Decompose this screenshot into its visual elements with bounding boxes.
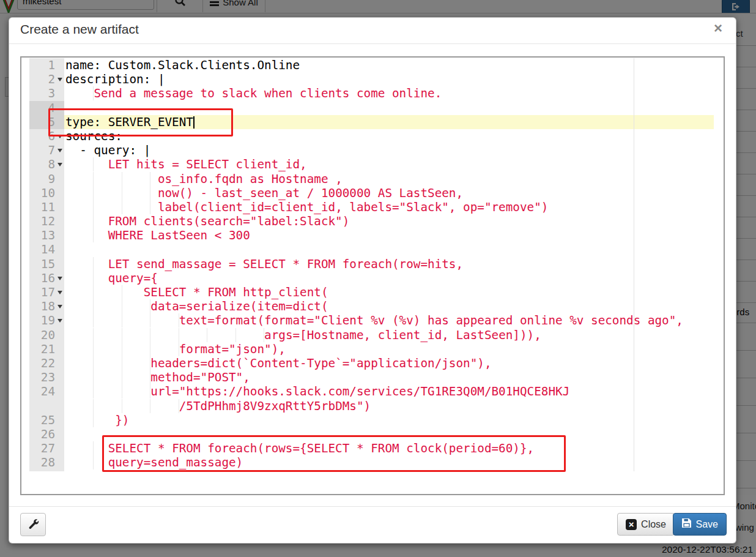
ace-editor[interactable]: 1234567891011121314151617181920212223242…	[21, 58, 724, 471]
fold-caret-icon[interactable]	[57, 78, 62, 81]
gutter-line-number: 20	[29, 328, 64, 342]
gutter-line-number: 22	[29, 356, 64, 370]
code-line: now() - last_seen_at / 1000000 AS LastSe…	[64, 186, 714, 200]
gutter-line-number: 15	[29, 257, 64, 271]
code-line: FROM clients(search="label:Slack")	[64, 214, 714, 228]
text-cursor	[193, 116, 195, 129]
gutter-line-number: 26	[29, 427, 64, 441]
fold-caret-icon[interactable]	[57, 277, 62, 280]
gutter-line-number: 19	[29, 313, 64, 327]
code-line: type: SERVER_EVENT	[64, 115, 714, 129]
gutter-line-number: 12	[29, 214, 64, 228]
code-line: SELECT * FROM foreach(rows={SELECT * FRO…	[64, 441, 714, 455]
gutter-line-number: 4	[29, 101, 64, 115]
gutter-line-number: 5	[29, 115, 64, 129]
gutter-line-number: 8	[29, 157, 64, 171]
code-line: headers=dict(`Content-Type`="application…	[64, 356, 714, 370]
code-line: })	[64, 413, 714, 427]
code-line: method="POST",	[64, 370, 714, 384]
gutter-line-number: 13	[29, 228, 64, 242]
code-line: format="json"),	[64, 342, 714, 356]
code-line: args=[Hostname, client_id, LastSeen])),	[64, 328, 714, 342]
code-line: Send a message to slack when clients com…	[64, 86, 714, 100]
save-button[interactable]: Save	[673, 513, 727, 536]
editor-code-area[interactable]: name: Custom.Slack.Clients.Onlinedescrip…	[64, 58, 714, 471]
code-line: data=serialize(item=dict(	[64, 299, 714, 313]
code-line: LET hits = SELECT client_id,	[64, 157, 714, 171]
gutter-line-number: 6	[29, 129, 64, 143]
fold-caret-icon[interactable]	[57, 163, 62, 166]
gutter-line-number: 23	[29, 370, 64, 384]
code-line: - query: |	[64, 143, 714, 157]
code-line: SELECT * FROM http_client(	[64, 285, 714, 299]
code-line: sources:	[64, 129, 714, 143]
code-line: label(client_id=client_id, labels="Slack…	[64, 200, 714, 214]
gutter-line-number: 1	[29, 58, 64, 72]
fold-caret-icon[interactable]	[57, 291, 62, 294]
modal-title: Create a new artifact	[20, 22, 139, 37]
code-line: text=format(format="Client %v (%v) has a…	[64, 313, 714, 327]
code-line: os_info.fqdn as Hostname ,	[64, 172, 714, 186]
code-line: description: |	[64, 72, 714, 86]
gutter-line-number: 7	[29, 143, 64, 157]
gutter-line-number: 28	[29, 455, 64, 469]
code-line: WHERE LastSeen < 300	[64, 228, 714, 242]
gutter-line-number: 27	[29, 441, 64, 455]
code-line	[64, 101, 714, 115]
print-margin-line	[634, 58, 634, 471]
gutter-line-number: 18	[29, 299, 64, 313]
artifact-code-editor[interactable]: 1234567891011121314151617181920212223242…	[20, 56, 725, 495]
code-line: query=send_massage)	[64, 455, 714, 469]
code-line	[64, 427, 714, 441]
gutter-line-number: 9	[29, 172, 64, 186]
gutter-line-number: 2	[29, 72, 64, 86]
code-line: /5TdPHhmj8V9zxqRttY5rbDMs")	[64, 399, 714, 413]
gutter-line-number: 24	[29, 384, 64, 398]
close-icon[interactable]: ×	[710, 18, 726, 38]
code-line	[64, 242, 714, 256]
code-line: LET send_massage = SELECT * FROM foreach…	[64, 257, 714, 271]
create-artifact-modal: Create a new artifact × 1234567891011121…	[9, 17, 736, 544]
editor-gutter[interactable]: 1234567891011121314151617181920212223242…	[29, 58, 64, 471]
code-line: query={	[64, 271, 714, 285]
close-button-label: Close	[641, 519, 666, 530]
fold-caret-icon[interactable]	[57, 149, 62, 152]
gutter-line-number: 17	[29, 285, 64, 299]
wrench-icon	[28, 518, 39, 532]
gutter-line-number	[29, 399, 64, 413]
code-line: name: Custom.Slack.Clients.Online	[64, 58, 714, 72]
save-button-label: Save	[696, 519, 718, 530]
gutter-line-number: 10	[29, 186, 64, 200]
code-line: url="https://hooks.slack.com/services/TG…	[64, 384, 714, 398]
gutter-line-number: 3	[29, 86, 64, 100]
floppy-disk-icon	[681, 518, 692, 531]
settings-wrench-button[interactable]	[20, 513, 46, 536]
gutter-line-number: 14	[29, 242, 64, 256]
gutter-line-number: 25	[29, 413, 64, 427]
close-button[interactable]: × Close	[617, 513, 675, 536]
modal-header: Create a new artifact ×	[9, 18, 736, 44]
gutter-line-number: 16	[29, 271, 64, 285]
close-square-icon: ×	[626, 519, 637, 530]
gutter-line-number: 11	[29, 200, 64, 214]
gutter-line-number: 21	[29, 342, 64, 356]
fold-caret-icon[interactable]	[57, 319, 62, 323]
fold-caret-icon[interactable]	[57, 135, 62, 138]
modal-footer: × Close Save	[9, 506, 736, 543]
fold-caret-icon[interactable]	[57, 305, 62, 308]
